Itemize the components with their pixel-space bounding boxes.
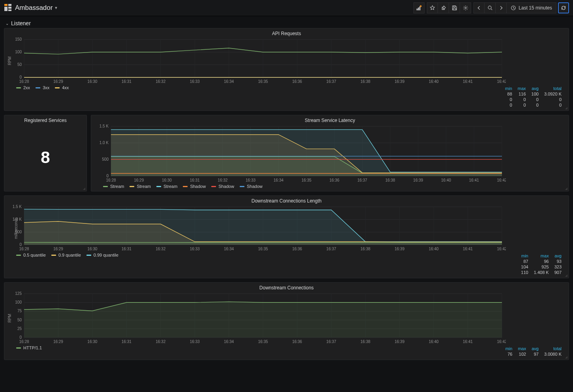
svg-text:0: 0 [19, 242, 22, 247]
svg-text:500: 500 [102, 157, 109, 161]
zoom-out-button[interactable] [485, 2, 496, 13]
svg-text:16:36: 16:36 [329, 178, 339, 182]
svg-text:16:30: 16:30 [162, 178, 172, 182]
refresh-button[interactable] [558, 2, 569, 13]
svg-text:16:30: 16:30 [87, 247, 97, 251]
svg-text:16:35: 16:35 [258, 339, 268, 344]
svg-text:1.5 K: 1.5 K [100, 124, 109, 128]
svg-text:16:41: 16:41 [463, 339, 473, 344]
svg-rect-11 [453, 8, 456, 10]
svg-rect-10 [453, 6, 455, 8]
svg-text:16:37: 16:37 [326, 339, 336, 344]
svg-rect-9 [420, 6, 422, 7]
legend-item[interactable]: Shadow [240, 184, 263, 189]
svg-text:16:33: 16:33 [190, 247, 200, 251]
svg-text:16:34: 16:34 [224, 247, 234, 251]
legend-item[interactable]: 0.9 quantile [51, 253, 81, 257]
add-panel-button[interactable] [413, 2, 425, 13]
share-button[interactable] [438, 2, 449, 13]
svg-text:16:36: 16:36 [292, 339, 302, 344]
panel-stream-latency[interactable]: Stream Service Latency 05001.0 K1.5 K16:… [91, 115, 569, 191]
dashboard-grid-icon[interactable] [4, 4, 12, 13]
svg-text:16:39: 16:39 [395, 247, 404, 251]
time-range-label: Last 15 minutes [519, 5, 552, 11]
svg-text:125: 125 [15, 291, 22, 296]
svg-rect-3 [8, 7, 11, 9]
svg-text:16:39: 16:39 [395, 339, 404, 344]
top-bar: Ambassador ▼ Last 15 minutes [0, 0, 573, 16]
svg-point-12 [465, 7, 466, 9]
panel-registered-services[interactable]: Registered Services 8 [4, 115, 87, 191]
legend-item[interactable]: 3xx [36, 85, 49, 90]
svg-text:16:33: 16:33 [190, 79, 200, 84]
svg-rect-1 [8, 4, 11, 6]
svg-text:16:30: 16:30 [87, 339, 97, 344]
legend: HTTP/1.1 [16, 345, 42, 350]
legend-item[interactable]: Shadow [211, 184, 234, 189]
y-axis-label: milliseconds [14, 218, 18, 239]
svg-rect-5 [417, 9, 418, 10]
svg-text:50: 50 [17, 318, 22, 322]
panel-title: API Requests [4, 28, 569, 37]
legend-item[interactable]: 0.5 quantile [16, 253, 46, 257]
legend-item[interactable]: 4xx [55, 85, 69, 90]
legend: 0.5 quantile0.9 quantile0.99 quantile [16, 253, 118, 257]
star-button[interactable] [427, 2, 438, 13]
panel-dc-length[interactable]: Downstream Connections Length millisecon… [4, 195, 569, 278]
svg-text:16:39: 16:39 [413, 178, 423, 182]
svg-text:16:33: 16:33 [246, 178, 256, 182]
svg-text:0: 0 [19, 75, 22, 79]
svg-text:16:28: 16:28 [19, 79, 29, 84]
dashboard-title-dropdown[interactable]: Ambassador ▼ [15, 4, 58, 12]
svg-text:16:31: 16:31 [122, 339, 132, 344]
svg-text:16:34: 16:34 [274, 178, 284, 182]
legend-item[interactable]: Stream [130, 184, 150, 189]
time-range-picker[interactable]: Last 15 minutes [507, 2, 556, 13]
panel-title: Registered Services [4, 115, 86, 124]
svg-text:16:33: 16:33 [190, 339, 200, 344]
svg-text:1.5 K: 1.5 K [13, 204, 22, 209]
time-back-button[interactable] [473, 2, 485, 13]
svg-text:16:40: 16:40 [429, 247, 439, 251]
svg-text:16:35: 16:35 [258, 247, 268, 251]
svg-text:16:35: 16:35 [301, 178, 311, 182]
row-title: Listener [11, 20, 31, 26]
svg-rect-7 [419, 7, 421, 11]
legend-item[interactable]: HTTP/1.1 [16, 345, 42, 350]
legend: 2xx3xx4xx [16, 85, 69, 90]
svg-text:16:28: 16:28 [19, 339, 29, 344]
svg-text:16:29: 16:29 [53, 79, 63, 84]
svg-text:50: 50 [17, 62, 22, 67]
legend-item[interactable]: Shadow [183, 184, 206, 189]
legend-item[interactable]: 2xx [16, 85, 30, 90]
save-button[interactable] [449, 2, 460, 13]
svg-text:16:38: 16:38 [385, 178, 395, 182]
y-axis-label: RPM [8, 313, 12, 322]
y-axis-label: RPM [8, 56, 12, 65]
panel-title: Downstream Connections [4, 283, 569, 291]
svg-text:100: 100 [15, 300, 22, 304]
svg-text:16:34: 16:34 [224, 79, 234, 84]
chart-api: 05010015016:2816:2916:3016:3116:3216:331… [4, 37, 506, 84]
legend-item[interactable]: 0.99 quantile [86, 253, 118, 257]
svg-text:16:29: 16:29 [53, 339, 63, 344]
legend-item[interactable]: Stream [156, 184, 177, 189]
svg-text:16:32: 16:32 [156, 79, 165, 84]
svg-text:16:37: 16:37 [326, 247, 336, 251]
legend-stats: minmaxavgtotal76102973.0080 K [502, 345, 565, 357]
time-forward-button[interactable] [496, 2, 507, 13]
svg-text:16:42: 16:42 [497, 178, 506, 182]
svg-rect-6 [418, 8, 419, 10]
row-toggle-listener[interactable]: ⌄ Listener [0, 16, 573, 28]
svg-text:16:30: 16:30 [87, 79, 97, 84]
legend-stats: minmaxavg8796931049253231101.408 K907 [518, 253, 565, 276]
panel-title: Stream Service Latency [91, 115, 569, 124]
panel-dc[interactable]: Downstream Connections RPM 0255075100125… [4, 282, 569, 360]
panel-api-requests[interactable]: API Requests RPM 05010015016:2816:2916:3… [4, 28, 569, 111]
panel-title: Downstream Connections Length [4, 196, 569, 204]
chart-latency: 05001.0 K1.5 K16:2816:2916:3016:3116:321… [91, 124, 506, 183]
legend-item[interactable]: Stream [103, 184, 124, 189]
svg-text:16:32: 16:32 [156, 247, 165, 251]
svg-text:100: 100 [15, 50, 22, 54]
settings-button[interactable] [460, 2, 471, 13]
